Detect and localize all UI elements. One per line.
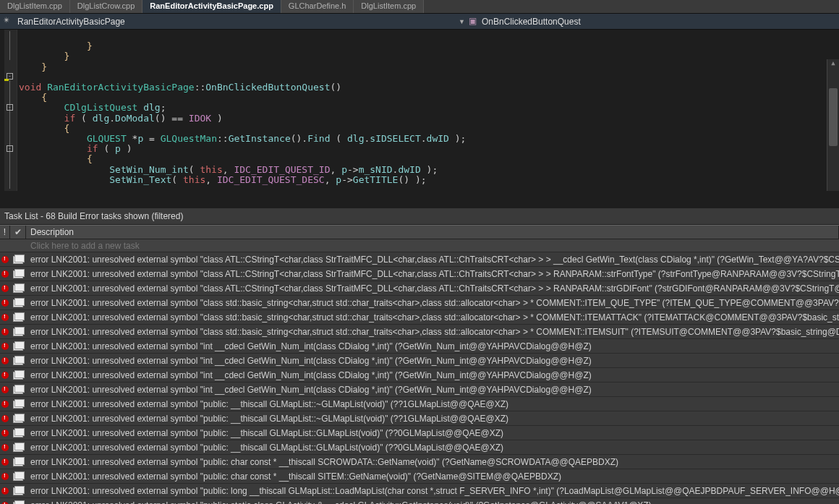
task-row[interactable]: error LNK2001: unresolved external symbo… — [0, 469, 839, 484]
task-row[interactable]: error LNK2001: unresolved external symbo… — [0, 455, 839, 469]
error-icon — [1, 415, 9, 422]
error-icon — [1, 256, 9, 263]
error-description: error LNK2001: unresolved external symbo… — [26, 312, 839, 323]
error-description: error LNK2001: unresolved external symbo… — [26, 327, 839, 337]
stack-icon — [13, 487, 23, 495]
error-source — [10, 328, 26, 336]
stack-icon — [13, 328, 23, 336]
stack-icon — [13, 371, 23, 380]
panel-divider[interactable] — [0, 191, 839, 208]
task-row[interactable]: error LNK2001: unresolved external symbo… — [0, 267, 839, 281]
task-row[interactable]: error LNK2001: unresolved external symbo… — [0, 281, 839, 296]
code-line: CDlgListQuest dlg; — [19, 102, 166, 113]
code-line: if ( dlg.DoModal() == IDOK ) — [19, 113, 223, 124]
error-priority — [0, 502, 10, 505]
add-task-placeholder: Click here to add a new task — [26, 241, 839, 251]
check-icon: ✔ — [14, 227, 22, 237]
error-description: error LNK2001: unresolved external symbo… — [26, 486, 839, 496]
task-row[interactable]: error LNK2001: unresolved external symbo… — [0, 339, 839, 354]
scroll-thumb[interactable] — [829, 88, 838, 146]
tab-file-3[interactable]: GLCharDefine.h — [281, 0, 354, 13]
error-description: error LNK2001: unresolved external symbo… — [26, 283, 839, 294]
stack-icon — [13, 313, 23, 322]
task-row[interactable]: error LNK2001: unresolved external symbo… — [0, 310, 839, 325]
code-line: } — [19, 40, 93, 51]
error-priority — [0, 285, 10, 292]
error-source — [10, 299, 26, 307]
error-icon — [1, 401, 9, 408]
error-source — [10, 429, 26, 437]
error-description: error LNK2001: unresolved external symbo… — [26, 399, 839, 409]
task-row[interactable]: error LNK2001: unresolved external symbo… — [0, 498, 839, 504]
error-source — [10, 414, 26, 423]
task-row[interactable]: error LNK2001: unresolved external symbo… — [0, 296, 839, 310]
stack-icon — [13, 284, 23, 293]
col-description[interactable]: Description — [26, 226, 839, 239]
error-source — [10, 501, 26, 505]
fold-toggle[interactable]: - — [7, 104, 13, 111]
task-row[interactable]: error LNK2001: unresolved external symbo… — [0, 325, 839, 339]
error-description: error LNK2001: unresolved external symbo… — [26, 370, 839, 380]
tab-file-2-active[interactable]: RanEditorActivityBasicPage.cpp — [142, 0, 281, 13]
code-line: SetWin_Text( this, IDC_EDIT_QUEST_DESC, … — [19, 174, 427, 185]
error-priority — [0, 270, 10, 278]
task-row[interactable]: error LNK2001: unresolved external symbo… — [0, 484, 839, 498]
error-description: error LNK2001: unresolved external symbo… — [26, 341, 839, 351]
error-icon — [1, 328, 9, 336]
error-source — [10, 356, 26, 365]
tab-file-4[interactable]: DlgListItem.cpp — [354, 0, 424, 13]
error-priority — [0, 487, 10, 495]
error-icon — [1, 372, 9, 379]
error-priority — [0, 314, 10, 321]
error-priority — [0, 328, 10, 336]
error-description: error LNK2001: unresolved external symbo… — [26, 471, 839, 482]
outline-gutter[interactable]: - - - — [4, 30, 17, 191]
code-content[interactable]: } } } void RanEditorActivityBasicPage::O… — [17, 30, 466, 191]
class-navigator-bar: RanEditorActivityBasicPage ▼ OnBnClicked… — [0, 14, 839, 30]
change-marker — [4, 79, 9, 81]
code-line: void RanEditorActivityBasicPage::OnBnCli… — [19, 82, 341, 93]
error-source — [10, 270, 26, 278]
code-line: { — [19, 123, 69, 134]
error-description: error LNK2001: unresolved external symbo… — [26, 443, 839, 453]
tasklist-rows: error LNK2001: unresolved external symbo… — [0, 252, 839, 504]
error-priority — [0, 372, 10, 379]
tasklist-header: ! ✔ Description — [0, 225, 839, 239]
fold-toggle[interactable]: - — [7, 145, 13, 152]
error-icon — [1, 285, 9, 292]
stack-icon — [13, 356, 23, 365]
error-source — [10, 400, 26, 409]
error-description: error LNK2001: unresolved external symbo… — [26, 298, 839, 308]
error-icon — [1, 444, 9, 451]
task-row[interactable]: error LNK2001: unresolved external symbo… — [0, 397, 839, 411]
task-row[interactable]: error LNK2001: unresolved external symbo… — [0, 368, 839, 383]
chevron-down-icon[interactable]: ▼ — [459, 18, 466, 25]
tab-file-0[interactable]: DlgListItem.cpp — [0, 0, 70, 13]
task-row[interactable]: error LNK2001: unresolved external symbo… — [0, 383, 839, 397]
stack-icon — [13, 458, 23, 466]
error-description: error LNK2001: unresolved external symbo… — [26, 457, 839, 467]
col-priority[interactable]: ! — [0, 226, 10, 239]
task-row[interactable]: error LNK2001: unresolved external symbo… — [0, 252, 839, 267]
col-status[interactable]: ✔ — [10, 226, 26, 239]
error-icon — [1, 343, 9, 350]
add-task-row[interactable]: Click here to add a new task — [0, 239, 839, 252]
code-editor[interactable]: - - - } } } void RanEditorActivityBasicP… — [0, 30, 839, 191]
error-source — [10, 458, 26, 466]
error-description: error LNK2001: unresolved external symbo… — [26, 500, 839, 505]
method-selector[interactable]: OnBnClickedButtonQuest — [469, 17, 816, 27]
stack-icon — [13, 429, 23, 437]
scroll-up-arrow[interactable]: ▲ — [827, 59, 839, 71]
stack-icon — [13, 400, 23, 409]
task-row[interactable]: error LNK2001: unresolved external symbo… — [0, 440, 839, 455]
task-row[interactable]: error LNK2001: unresolved external symbo… — [0, 354, 839, 368]
task-row[interactable]: error LNK2001: unresolved external symbo… — [0, 426, 839, 440]
stack-icon — [13, 501, 23, 505]
code-line: SetWin_Num_int( this, IDC_EDIT_QUEST_ID,… — [19, 164, 438, 175]
error-priority — [0, 256, 10, 263]
error-description: error LNK2001: unresolved external symbo… — [26, 269, 839, 279]
tab-file-1[interactable]: DlgListCrow.cpp — [70, 0, 142, 13]
scrollbar-vertical[interactable]: ▲ ▼ — [827, 59, 839, 191]
class-selector[interactable]: RanEditorActivityBasicPage ▼ — [3, 17, 466, 27]
task-row[interactable]: error LNK2001: unresolved external symbo… — [0, 411, 839, 426]
